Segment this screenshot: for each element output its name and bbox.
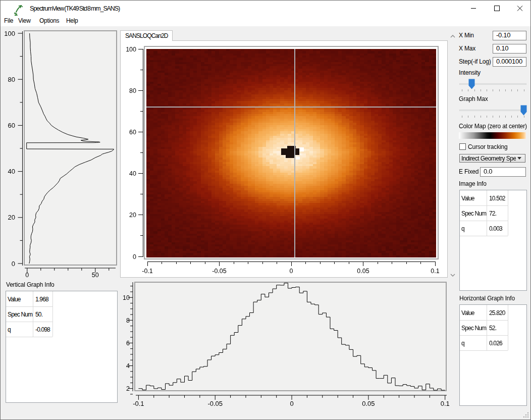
svg-text:0: 0 (12, 260, 15, 268)
svg-text:-0.1: -0.1 (142, 268, 153, 275)
svg-text:80: 80 (8, 76, 15, 83)
svg-text:20: 20 (129, 212, 136, 219)
svg-text:4: 4 (126, 362, 130, 370)
svg-text:8: 8 (126, 317, 130, 324)
svg-text:0.05: 0.05 (362, 400, 375, 407)
svg-text:100: 100 (126, 46, 136, 53)
svg-text:10: 10 (123, 294, 130, 301)
svg-text:6: 6 (126, 340, 130, 347)
svg-text:-0.05: -0.05 (207, 400, 223, 407)
svg-text:0.1: 0.1 (441, 400, 450, 407)
svg-text:-0.05: -0.05 (212, 268, 227, 275)
svg-text:40: 40 (129, 170, 136, 177)
svg-text:40: 40 (8, 168, 15, 175)
svg-text:20: 20 (8, 214, 15, 221)
svg-text:0: 0 (290, 268, 293, 275)
svg-text:60: 60 (129, 129, 136, 136)
svg-text:0: 0 (25, 272, 29, 279)
svg-text:80: 80 (129, 87, 136, 94)
svg-text:-0.1: -0.1 (133, 400, 144, 407)
svg-text:100: 100 (4, 30, 15, 37)
svg-text:0.05: 0.05 (357, 268, 369, 275)
svg-text:50: 50 (92, 272, 99, 279)
svg-text:60: 60 (8, 122, 15, 129)
svg-text:0: 0 (133, 253, 136, 260)
svg-text:0.1: 0.1 (431, 268, 439, 275)
svg-text:2: 2 (126, 385, 130, 392)
svg-text:0: 0 (290, 400, 293, 407)
